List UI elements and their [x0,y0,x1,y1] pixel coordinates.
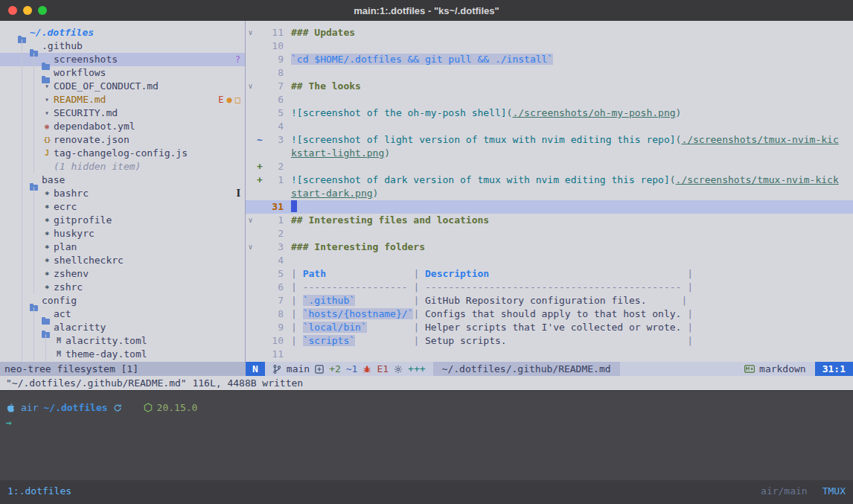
text-segment: `local/bin` [303,322,367,333]
tree-item[interactable]: config [0,294,245,307]
text-segment: ) [676,107,682,118]
editor-line[interactable]: 5| Path | Description | [246,267,853,281]
text-segment: | [681,295,687,306]
tree-item-badges: E●□ [218,93,240,106]
editor-line[interactable]: 9`cd $HOME/.dotfiles && git pull && ./in… [246,53,853,66]
editor-line[interactable]: ~3![screenshot of light version of tmux … [246,133,853,147]
tree-item[interactable]: ▾CODE_OF_CONDUCT.md [0,80,245,93]
status-row: neo-tree filesystem [1] N main +2 ~1 E1 … [0,362,853,376]
editor-line[interactable]: ∨1## Interesting files and locations [246,214,853,227]
text-segment [355,335,413,346]
line-number: 1 [264,173,284,187]
text-segment: Helper scripts that I've collected or wr… [425,322,687,333]
editor-line[interactable]: 10 [246,39,853,53]
text-segment: | [687,281,693,293]
editor-cursor [291,200,297,212]
indent-guide [16,334,28,348]
editor-line[interactable]: 7| `.github` | GitHub Repository configu… [246,294,853,307]
tree-item[interactable]: ∗plan [0,240,245,254]
git-sign [255,93,264,106]
tree-item[interactable]: ∗shellcheckrc [0,254,245,267]
editor-line[interactable]: start-dark.png) [246,187,853,200]
statusline-spacer [620,362,735,376]
line-text: ![screenshot of the oh-my-posh shell](./… [291,106,853,120]
tree-item[interactable]: ∗ecrc [0,200,245,214]
tree-item[interactable]: alacritty [0,321,245,334]
editor-line[interactable]: 4 [246,120,853,133]
editor-line[interactable]: 10| `scripts` | Setup scripts. | [246,334,853,348]
tree-item[interactable]: (1 hidden item) [0,160,245,173]
tree-item[interactable]: {}renovate.json [0,133,245,147]
tree-item[interactable]: .github [0,39,245,53]
line-number: 11 [264,26,284,39]
editor-line[interactable]: 5![screenshot of the oh-my-posh shell](.… [246,106,853,120]
line-number: 3 [264,133,284,147]
minimize-button[interactable] [23,6,32,15]
editor-line[interactable]: 11 [246,348,853,361]
shell-pane[interactable]: air ~/.dotfiles 20.15.0 → [0,390,853,480]
shell-prompt: air ~/.dotfiles 20.15.0 [6,401,847,415]
tree-item[interactable]: ∗gitprofile [0,214,245,227]
editor-line[interactable]: ∨3### Interesting folders [246,240,853,254]
tree-item[interactable]: Jtag-changelog-config.js [0,147,245,160]
line-number: 1 [264,214,284,227]
tree-item[interactable]: Malacritty.toml [0,334,245,348]
fold-marker[interactable]: ∨ [246,26,255,39]
fold-column [246,307,255,321]
text-segment: | [291,308,303,319]
fold-marker[interactable]: ∨ [246,240,255,254]
indent-guide [16,106,28,120]
fold-marker[interactable]: ∨ [246,80,255,93]
indent-guide [16,267,28,281]
editor-line[interactable]: 8 [246,66,853,80]
editor-line[interactable]: kstart-light.png) [246,147,853,160]
tmux-window-tab[interactable]: 1:.dotfiles [7,485,71,498]
tree-item[interactable]: ∗huskyrc [0,227,245,240]
line-number: 3 [264,240,284,254]
editor-line[interactable]: +1![screenshot of dark version of tmux w… [246,173,853,187]
tree-item[interactable]: ◉dependabot.yml [0,120,245,133]
editor-line[interactable]: 9| `local/bin` | Helper scripts that I'v… [246,321,853,334]
tree-item[interactable]: base [0,173,245,187]
line-text [291,39,853,53]
tree-item-label: base [42,173,65,187]
editor-line[interactable]: 31 [246,200,853,214]
bug-icon [362,365,371,374]
editor-line[interactable]: 6 [246,93,853,106]
tree-item[interactable]: ∗bashrcI [0,187,245,200]
editor-line[interactable]: 2 [246,227,853,240]
tree-item[interactable]: workflows [0,66,245,80]
tree-item[interactable]: ▾README.mdE●□ [0,93,245,106]
tree-item[interactable]: Mtheme-day.toml [0,348,245,361]
tree-item[interactable]: ∗zshenv [0,267,245,281]
text-segment: `scripts` [303,335,355,346]
prompt-path: ~/.dotfiles [43,401,107,415]
text-segment: `.github` [303,295,355,306]
editor-line[interactable]: 4 [246,254,853,267]
shell-input-line[interactable]: → [6,415,847,430]
git-sign [255,267,264,281]
line-number: 31 [264,200,284,214]
tree-item[interactable]: ~/.dotfiles [0,26,245,39]
tree-item[interactable]: act [0,307,245,321]
editor-line[interactable]: 8| `hosts/{hostname}/`| Configs that sho… [246,307,853,321]
indent-guide [16,93,28,106]
line-text [291,120,853,133]
editor-line[interactable]: ∨7## The looks [246,80,853,93]
fold-marker[interactable]: ∨ [246,214,255,227]
fold-column [246,334,255,348]
editor-line[interactable]: ∨11### Updates [246,26,853,39]
tree-item[interactable]: ∗zshrc [0,281,245,294]
editor-line[interactable]: +2 [246,160,853,173]
indent-guide [16,348,28,361]
fold-column [246,173,255,187]
text-segment: ![screenshot of light version of tmux wi… [291,134,676,145]
line-text [291,160,853,173]
close-button[interactable] [8,6,17,15]
line-text: start-dark.png) [291,187,853,200]
tree-item[interactable]: ▾SECURITY.md [0,106,245,120]
tree-item[interactable]: screenshots? [0,53,245,66]
line-number: 5 [264,267,284,281]
zoom-button[interactable] [38,6,47,15]
editor-line[interactable]: 6| ------------------ | ----------------… [246,281,853,294]
